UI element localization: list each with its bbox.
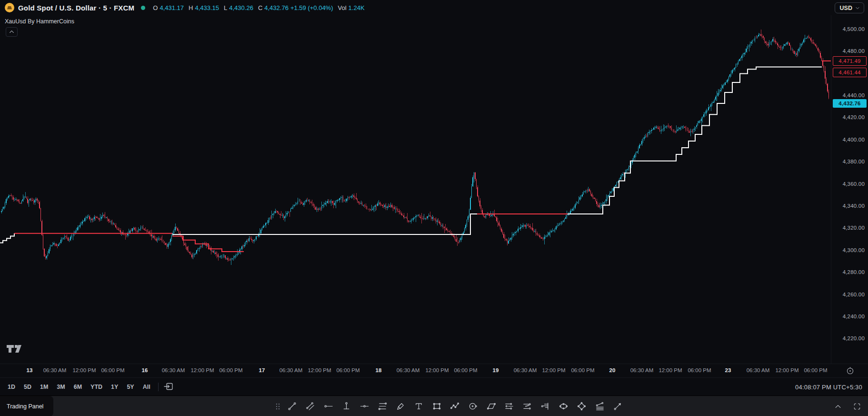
price-axis-label: 4,240.00 (843, 314, 865, 319)
price-axis[interactable]: 4,500.004,480.004,460.004,440.004,420.00… (831, 15, 868, 364)
fullscreen-button[interactable] (851, 398, 863, 415)
price-axis-label: 4,340.00 (843, 203, 865, 209)
volume-profile-tool[interactable] (536, 398, 554, 415)
time-axis-label: 12:00 PM (308, 367, 331, 373)
open-label: O (153, 4, 158, 11)
price-axis-label: 4,440.00 (843, 92, 865, 98)
divider (158, 383, 159, 391)
time-axis[interactable]: 1306:30 AM12:00 PM06:00 PM1606:30 AM12:0… (0, 364, 868, 378)
tradingview-logo-icon (7, 344, 24, 355)
price-chart[interactable] (0, 0, 831, 364)
trend-line-icon (287, 401, 297, 411)
fib-projection-tool[interactable] (518, 398, 536, 415)
fib-extension-tool[interactable] (500, 398, 518, 415)
currency-label: USD (840, 5, 852, 11)
open-value: 4,431.17 (160, 4, 184, 11)
parallelogram-tool[interactable] (482, 398, 500, 415)
fullscreen-icon (853, 402, 861, 411)
range-6m-button[interactable]: 6M (70, 381, 86, 393)
trend-line-tool[interactable] (283, 398, 301, 415)
time-axis-label: 06:00 PM (571, 367, 594, 373)
rectangle-tool[interactable] (428, 398, 446, 415)
minimize-toolbar-button[interactable] (832, 398, 844, 415)
circle-icon (468, 401, 478, 411)
range-ytd-button[interactable]: YTD (87, 381, 106, 393)
symbol-title[interactable]: Gold Spot / U.S. Dollar · 5 · FXCM (18, 4, 134, 12)
time-axis-label: 06:30 AM (397, 367, 420, 373)
price-axis-label: 4,400.00 (843, 137, 865, 142)
range-1d-button[interactable]: 1D (4, 381, 19, 393)
trend-line-up (568, 67, 822, 214)
xabcd-pattern-tool[interactable] (572, 398, 590, 415)
brush-icon (396, 401, 406, 411)
time-axis-label: 17 (259, 367, 265, 373)
market-status-icon[interactable] (141, 6, 145, 10)
go-to-date-button[interactable] (162, 380, 175, 394)
range-buttons: 1D5D1M3M6MYTD1Y5YAll (0, 381, 154, 393)
close-value: 4,432.76 (264, 4, 289, 11)
price-axis-label: 4,500.00 (843, 26, 865, 32)
last-price-tag: 4,432.76 (833, 99, 867, 108)
close-label: C (258, 4, 262, 11)
trading-panel-tab[interactable]: Trading Panel (0, 396, 53, 416)
time-axis-label: 16 (142, 367, 148, 373)
horizontal-ray-tool[interactable] (319, 398, 337, 415)
vertical-line-tool[interactable] (337, 398, 355, 415)
drawing-tools (272, 396, 627, 416)
fib-retracement-icon (378, 401, 388, 411)
time-axis-label: 06:00 PM (688, 367, 711, 373)
price-axis-label: 4,420.00 (843, 114, 865, 120)
range-1y-button[interactable]: 1Y (107, 381, 122, 393)
parallel-channel-tool[interactable] (301, 398, 319, 415)
indicator-price-tag: 4,471.49 (833, 56, 867, 66)
symbol-logo-icon (5, 3, 14, 12)
range-5y-button[interactable]: 5Y (123, 381, 138, 393)
circle-tool[interactable] (464, 398, 482, 415)
arrow-marker-tool[interactable] (609, 398, 627, 415)
fib-wedge-tool[interactable] (590, 398, 609, 415)
volume-label: Vol (338, 4, 347, 11)
price-axis-label: 4,300.00 (843, 247, 865, 253)
brush-tool[interactable] (391, 398, 409, 415)
time-axis-label: 12:00 PM (658, 367, 682, 373)
chevron-up-icon (834, 402, 842, 411)
bottom-toolbar: Trading Panel (0, 396, 868, 416)
collapse-legend-button[interactable] (6, 27, 18, 37)
time-axis-label: 12:00 PM (542, 367, 565, 373)
range-all-button[interactable]: All (139, 381, 154, 393)
rectangle-icon (432, 401, 442, 411)
range-3m-button[interactable]: 3M (53, 381, 69, 393)
time-axis-label: 12:00 PM (425, 367, 449, 373)
pattern-zigzag-icon (450, 401, 460, 411)
current-time[interactable]: 04:08:07 PM UTC+5:30 (795, 384, 862, 391)
time-axis-label: 13 (27, 367, 33, 373)
currency-selector[interactable]: USD (835, 2, 864, 13)
text-tool[interactable] (409, 398, 428, 415)
fib-retracement-tool[interactable] (373, 398, 391, 415)
timezone-settings-icon[interactable] (846, 366, 855, 375)
price-axis-label: 4,480.00 (843, 48, 865, 54)
pattern-zigzag-tool[interactable] (446, 398, 464, 415)
footer-right-controls (832, 396, 863, 416)
time-axis-label: 06:00 PM (804, 367, 827, 373)
horizontal-ray-icon (323, 401, 333, 411)
range-5d-button[interactable]: 5D (20, 381, 35, 393)
range-1m-button[interactable]: 1M (36, 381, 52, 393)
time-axis-label: 23 (725, 367, 731, 373)
fib-projection-icon (522, 401, 532, 411)
ellipse-pattern-icon (559, 401, 569, 411)
parallelogram-icon (486, 401, 496, 411)
price-axis-label: 4,320.00 (843, 225, 865, 231)
time-axis-label: 06:30 AM (279, 367, 303, 373)
indicator-legend[interactable]: XauUsd By HammerCoins (5, 18, 74, 25)
horizontal-line-tool[interactable] (355, 398, 373, 415)
change-value: +1.59 (+0.04%) (290, 4, 333, 11)
time-axis-label: 06:00 PM (336, 367, 359, 373)
toolbar-drag-handle-icon[interactable] (272, 403, 283, 410)
high-label: H (189, 4, 193, 11)
time-axis-label: 06:00 PM (454, 367, 477, 373)
calendar-arrow-icon (163, 381, 174, 392)
vertical-line-icon (341, 401, 351, 411)
range-toolbar: 1D5D1M3M6MYTD1Y5YAll 04:08:07 PM UTC+5:3… (0, 377, 868, 396)
ellipse-pattern-tool[interactable] (554, 398, 572, 415)
